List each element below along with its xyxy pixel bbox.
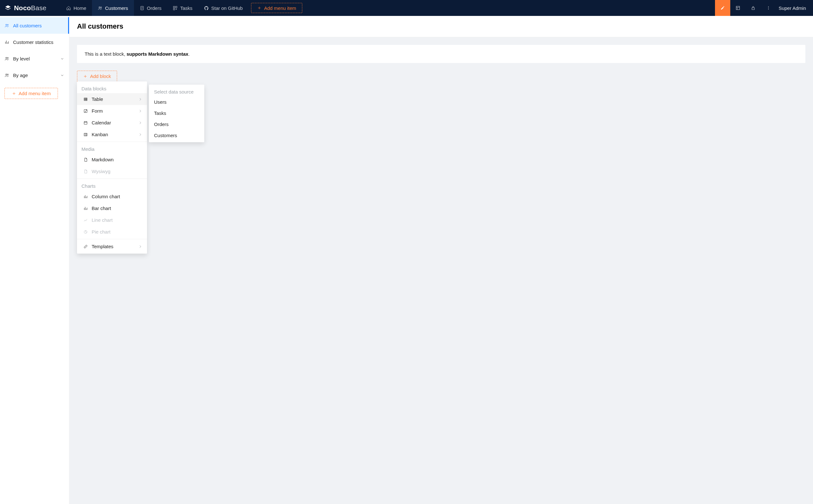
svg-rect-4 [176,6,177,7]
nav-tasks[interactable]: Tasks [167,0,198,16]
chevron-right-icon [138,132,143,137]
sidebar-item-label: By age [13,73,28,78]
current-user[interactable]: Super Admin [776,0,813,16]
menu-item-kanban[interactable]: Kanban [77,129,147,140]
menu-item-label: Markdown [92,157,114,162]
menu-item-label: Column chart [92,194,120,199]
menu-item-pie-chart: Pie chart [77,226,147,238]
menu-item-templates[interactable]: Templates [77,241,147,252]
svg-rect-20 [84,133,87,136]
add-block-label: Add block [90,73,111,79]
sidebar-item-label: By level [13,56,30,61]
top-nav: NocoBase Home Customers Orders Tasks Sta… [0,0,813,16]
menu-item-label: Templates [92,244,113,249]
submenu-item-tasks[interactable]: Tasks [149,108,204,119]
svg-rect-7 [752,8,754,10]
brand-part2: Base [31,4,46,12]
menu-item-bar-chart[interactable]: Bar chart [77,202,147,214]
svg-point-11 [6,24,7,25]
submenu-label: Select data source [149,86,204,96]
svg-rect-6 [736,6,740,10]
sidebar-item-by-level[interactable]: By level [0,50,69,67]
menu-item-label: Kanban [92,132,108,137]
menu-item-line-chart: Line chart [77,214,147,226]
submenu-item-orders[interactable]: Orders [149,119,204,130]
lock-icon [751,5,756,11]
menu-item-label: Calendar [92,120,111,125]
more-button[interactable] [761,0,776,16]
svg-point-16 [7,74,8,75]
chevron-right-icon [138,97,143,101]
plus-icon [83,74,88,79]
sidebar-add-menu-item[interactable]: Add menu item [4,88,58,99]
nav-add-menu-item[interactable]: Add menu item [251,3,302,13]
sidebar-item-label: All customers [13,23,42,28]
table-icon [83,97,88,101]
menu-separator [77,142,147,142]
svg-point-13 [6,57,7,59]
bar-chart-icon [83,206,88,211]
svg-rect-19 [84,121,87,124]
bar-chart-icon [4,40,9,45]
lock-button[interactable] [746,0,761,16]
sidebar-item-all-customers[interactable]: All customers [0,17,69,34]
menu-item-label: Wysiwyg [92,169,110,174]
nav-github[interactable]: Star on GitHub [198,0,249,16]
svg-point-10 [768,9,769,10]
menu-item-form[interactable]: Form [77,105,147,117]
brand-logo[interactable]: NocoBase [0,0,60,16]
brand-part1: Noco [14,4,31,12]
calendar-icon [83,121,88,125]
sidebar-item-label: Customer statistics [13,39,53,45]
nav-orders-label: Orders [147,5,162,11]
add-block-wrap: Add block Data blocks Table Form [77,71,117,82]
customers-icon [4,23,9,28]
svg-rect-3 [173,6,175,7]
chevron-right-icon [138,109,143,113]
layout-button[interactable] [730,0,746,16]
sidebar-item-by-age[interactable]: By age [0,67,69,83]
line-chart-icon [83,218,88,222]
nav-home-label: Home [74,5,86,11]
nav-github-label: Star on GitHub [211,5,243,11]
menu-item-label: Bar chart [92,206,111,211]
highlighter-toggle[interactable] [715,0,730,16]
tasks-icon [173,6,178,11]
page-body: This is a text block, supports Markdown … [69,37,813,504]
svg-point-9 [768,8,769,8]
markdown-text-prefix: This is a text block, [85,51,127,57]
submenu-item-customers[interactable]: Customers [149,130,204,141]
menu-item-calendar[interactable]: Calendar [77,117,147,129]
customers-icon [4,73,9,78]
highlighter-icon [720,5,725,11]
nav-orders[interactable]: Orders [134,0,167,16]
add-block-button[interactable]: Add block [77,71,117,82]
menu-section-media: Media [77,143,147,154]
svg-rect-5 [173,8,175,10]
chevron-right-icon [138,244,143,249]
menu-item-markdown[interactable]: Markdown [77,154,147,165]
menu-item-column-chart[interactable]: Column chart [77,191,147,202]
add-block-menu: Data blocks Table Form Calendar [77,81,147,254]
markdown-block: This is a text block, supports Markdown … [77,45,805,63]
menu-separator [77,239,147,239]
chevron-down-icon [60,73,65,78]
nav-customers[interactable]: Customers [92,0,134,16]
menu-item-table[interactable]: Table [77,93,147,105]
menu-section-charts: Charts [77,180,147,191]
nav-home[interactable]: Home [60,0,92,16]
orders-icon [140,6,144,11]
table-submenu: Select data source Users Tasks Orders Cu… [149,85,204,142]
submenu-item-users[interactable]: Users [149,96,204,108]
markdown-text-suffix: . [188,51,190,57]
logo-icon [4,4,11,11]
sidebar-item-customer-statistics[interactable]: Customer statistics [0,34,69,50]
file-icon [83,157,88,162]
pie-chart-icon [83,230,88,234]
customers-icon [4,56,9,61]
sidebar: All customers Customer statistics By lev… [0,16,69,504]
plus-icon [257,6,262,10]
svg-point-15 [6,74,7,75]
menu-item-label: Pie chart [92,229,110,235]
page-title: All customers [77,22,805,31]
